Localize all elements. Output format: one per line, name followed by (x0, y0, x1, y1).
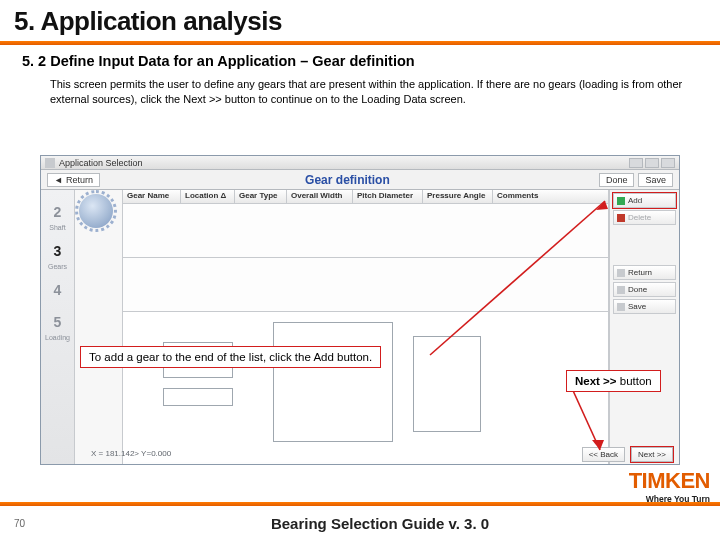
app-toolbar: ◄ Return Gear definition Done Save (41, 170, 679, 190)
maximize-button[interactable] (645, 158, 659, 168)
footer-title: Bearing Selection Guide v. 3. 0 (54, 515, 706, 532)
step-5[interactable]: 5 (54, 314, 62, 330)
return-label: Return (66, 175, 93, 185)
callout-next-rest: button (620, 375, 652, 387)
step-3-label: Gears (48, 263, 67, 270)
status-coordinates: X = 181.142> Y=0.000 (91, 449, 171, 458)
slide-subhead: 5. 2 Define Input Data for an Applicatio… (0, 51, 720, 75)
side-save-button[interactable]: Save (613, 299, 676, 314)
panel-title: Gear definition (100, 173, 595, 187)
left-icon-column (75, 190, 123, 464)
side-done-label: Done (628, 285, 647, 294)
title-rule (0, 41, 720, 45)
col-gear-name[interactable]: Gear Name (123, 190, 181, 203)
callout-next-bold: Next >> (575, 375, 620, 387)
col-pitch-diameter[interactable]: Pitch Diameter (353, 190, 423, 203)
svg-marker-1 (596, 201, 608, 210)
svg-marker-3 (592, 440, 604, 450)
window-titlebar: Application Selection (41, 156, 679, 170)
slide-title: 5. Application analysis (0, 0, 720, 41)
window-title: Application Selection (59, 158, 143, 168)
col-overall-width[interactable]: Overall Width (287, 190, 353, 203)
col-gear-type[interactable]: Gear Type (235, 190, 287, 203)
close-button[interactable] (661, 158, 675, 168)
callout-add: To add a gear to the end of the list, cl… (80, 346, 381, 368)
toolbar-save-button[interactable]: Save (638, 173, 673, 187)
arrow-to-next (546, 380, 646, 460)
step-2-label: Shaft (49, 224, 65, 231)
step-5-label: Loading (45, 334, 70, 341)
step-3[interactable]: 3 (54, 243, 62, 259)
brand-block: TIMKEN Where You Turn (629, 468, 710, 504)
side-return-label: Return (628, 268, 652, 277)
arrow-to-add (420, 195, 620, 365)
step-4[interactable]: 4 (54, 282, 62, 298)
page-number: 70 (14, 518, 54, 529)
delete-label: Delete (628, 213, 651, 222)
app-icon (45, 158, 55, 168)
gear-icon (79, 194, 113, 228)
side-done-button[interactable]: Done (613, 282, 676, 297)
side-save-label: Save (628, 302, 646, 311)
step-2[interactable]: 2 (54, 204, 62, 220)
side-return-button[interactable]: Return (613, 265, 676, 280)
return-arrow-icon: ◄ (54, 175, 63, 185)
slide-footer: 70 Bearing Selection Guide v. 3. 0 (0, 502, 720, 540)
return-button[interactable]: ◄ Return (47, 173, 100, 187)
brand-logo: TIMKEN (629, 468, 710, 494)
callout-nextbtn: Next >> button (566, 370, 661, 392)
delete-button[interactable]: Delete (613, 210, 676, 225)
diagram-box (273, 322, 393, 442)
minimize-button[interactable] (629, 158, 643, 168)
diagram-box (163, 388, 233, 406)
svg-line-0 (430, 201, 605, 355)
col-location[interactable]: Location Δ (181, 190, 235, 203)
step-rail: 2 Shaft 3 Gears 4 5 Loading (41, 190, 75, 464)
toolbar-done-button[interactable]: Done (599, 173, 635, 187)
add-button[interactable]: Add (613, 193, 676, 208)
add-label: Add (628, 196, 642, 205)
slide-body-text: This screen permits the user to define a… (0, 75, 720, 113)
